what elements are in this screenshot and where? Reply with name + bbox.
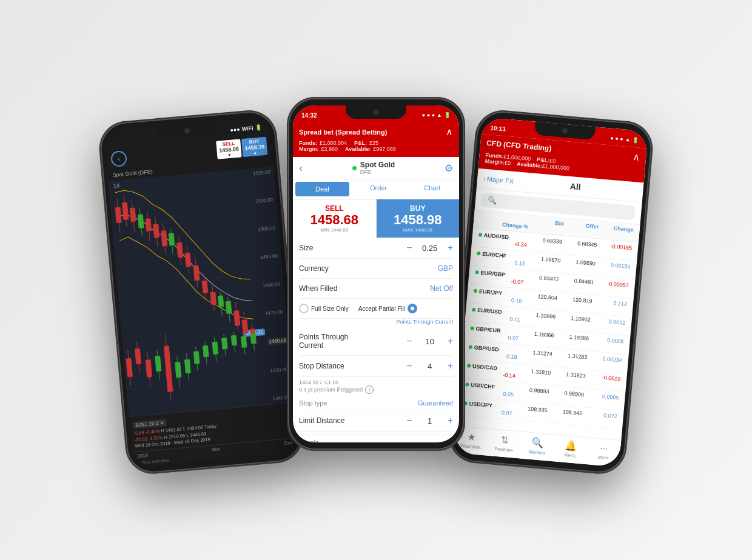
market-offer: 1.10902: [556, 314, 591, 323]
pnl-value: £25: [369, 140, 378, 146]
markets-icon: 🔍: [531, 436, 545, 449]
chart-area[interactable]: 1d 1520.00 1510.00 1500.00 1490.00 1480.…: [108, 167, 294, 416]
stop-decrease-btn[interactable]: −: [406, 361, 412, 371]
col-change[interactable]: Change: [599, 224, 634, 233]
tab-order[interactable]: Order: [352, 179, 406, 199]
deal-back-button[interactable]: ‹: [299, 162, 303, 175]
market-change: -0.0019: [585, 373, 620, 382]
deal-header-close-icon[interactable]: ∧: [446, 126, 453, 138]
info-icon[interactable]: i: [365, 385, 374, 394]
deal-header: Spread bet (Spread Betting) ∧ Funds:£1,0…: [293, 122, 459, 157]
market-bid: 0.84472: [524, 273, 559, 282]
market-change: 0.0005: [584, 392, 619, 401]
limit-distance-label: Limit Distance: [299, 416, 344, 425]
buy-badge[interactable]: BUY 1458.38 ▲: [241, 137, 267, 157]
nav-positions[interactable]: ⇅ Positions: [487, 433, 522, 454]
points-increase-btn[interactable]: +: [448, 336, 453, 346]
right-phone: 10:11 ● ● ● ▲ 🔋 CFD (CFD Trading) ∧ Fund…: [448, 109, 654, 475]
partial-fill-option[interactable]: Accept Partial Fill: [358, 304, 417, 313]
partial-fill-radio[interactable]: [408, 304, 417, 313]
svg-rect-39: [169, 233, 175, 246]
svg-line-4: [119, 300, 258, 312]
market-offer: 120.819: [557, 295, 593, 304]
svg-rect-51: [164, 346, 173, 392]
market-change: 0.212: [592, 298, 627, 307]
market-change: -0.00057: [594, 279, 629, 288]
major-fx-back-button[interactable]: ‹ Major FX: [483, 175, 514, 185]
currency-label: Currency: [299, 264, 329, 273]
market-dot: [474, 289, 478, 293]
nav-alerts[interactable]: 🔔 Alerts: [553, 438, 588, 459]
svg-rect-31: [234, 311, 240, 326]
svg-rect-11: [122, 202, 128, 220]
market-dot: [477, 252, 481, 256]
nav-more[interactable]: ··· More: [586, 441, 621, 462]
funds-label: Funds:: [299, 140, 317, 146]
deal-header-info2: Margin:£2,960 Available:£997,068: [299, 146, 453, 152]
stop-increase-btn[interactable]: +: [448, 361, 453, 371]
market-bid: 1.31274: [517, 348, 552, 358]
svg-rect-45: [126, 358, 133, 377]
limit-decrease-btn[interactable]: −: [406, 416, 412, 425]
full-size-label: Full Size Only: [311, 305, 349, 312]
market-dot: [469, 345, 473, 349]
markets-close-icon[interactable]: ∧: [632, 151, 640, 163]
size-stepper: − 0.25 +: [406, 243, 453, 253]
size-increase-btn[interactable]: +: [448, 243, 453, 253]
center-notch-camera: [374, 110, 378, 115]
nav-markets[interactable]: 🔍 Markets: [520, 436, 554, 457]
boll-indicator[interactable]: BOLL 20 2 ✕: [133, 419, 167, 429]
svg-rect-19: [161, 231, 167, 247]
size-decrease-btn[interactable]: −: [406, 243, 412, 253]
markets-header-title: CFD (CFD Trading): [486, 138, 552, 152]
size-row: Size − 0.25 +: [299, 238, 453, 259]
instrument-name: Spot Gold: [360, 161, 395, 169]
tab-deal[interactable]: Deal: [295, 182, 349, 196]
market-dot: [475, 270, 479, 275]
size-value: 0.25: [421, 244, 439, 253]
svg-rect-59: [193, 352, 200, 364]
col-offer[interactable]: Offer: [563, 221, 599, 230]
available-value: £997,068: [373, 146, 396, 152]
left-phone: ●●● WiFi 🔋 ‹ SELL 1458.08 ▼ BU: [98, 109, 304, 475]
search-icon: 🔍: [487, 196, 497, 205]
star-icon: ★: [467, 431, 477, 443]
right-status-time: 10:11: [490, 124, 506, 132]
phones-container: ●●● WiFi 🔋 ‹ SELL 1458.08 ▼ BU: [112, 104, 640, 456]
market-offer: 0.84481: [559, 276, 594, 285]
center-phone: 14:32 ● ● ● ▲ 🔋 Spread bet (Spread Betti…: [288, 98, 464, 450]
col-bid[interactable]: Bid: [529, 218, 564, 227]
bell-icon: 🔔: [564, 439, 577, 452]
buy-price: 1458.98: [383, 213, 454, 227]
sell-badge[interactable]: SELL 1458.08 ▼: [216, 139, 242, 159]
svg-line-5: [122, 326, 261, 338]
settings-icon[interactable]: ⚙: [445, 162, 453, 174]
notch-camera: [184, 128, 190, 134]
market-change: 0.072: [582, 410, 617, 419]
buy-panel[interactable]: BUY 1458.98 MAX 1468.98: [377, 199, 460, 238]
svg-rect-65: [222, 338, 228, 350]
market-change: 0.00234: [587, 355, 622, 364]
right-status-icons: ● ● ● ▲ 🔋: [610, 135, 639, 144]
when-filled-row: When Filled Net Off: [299, 279, 453, 299]
chart-back-button[interactable]: ‹: [110, 150, 127, 167]
svg-rect-23: [185, 253, 191, 267]
date-start: 2019: [137, 452, 149, 459]
currency-value: GBP: [438, 264, 453, 273]
buy-label: BUY: [383, 204, 454, 213]
svg-rect-9: [115, 207, 121, 223]
when-filled-value: Net Off: [430, 284, 453, 293]
market-bid: 1.31810: [515, 367, 551, 376]
sell-panel[interactable]: SELL 1458.68 MIN 1448.68: [293, 199, 377, 238]
deal-header-title: Spread bet (Spread Betting): [299, 128, 387, 136]
funds-value: £1,000,004: [320, 140, 347, 146]
full-size-option[interactable]: Full Size Only: [299, 304, 349, 313]
stop-stepper: − 4 +: [406, 361, 453, 371]
points-decrease-btn[interactable]: −: [406, 336, 412, 346]
limit-stepper: − 1 +: [406, 416, 453, 425]
full-size-radio[interactable]: [299, 304, 309, 313]
limit-increase-btn[interactable]: +: [448, 416, 453, 425]
svg-rect-49: [146, 360, 152, 378]
tab-chart[interactable]: Chart: [405, 179, 459, 199]
svg-rect-17: [153, 224, 159, 238]
